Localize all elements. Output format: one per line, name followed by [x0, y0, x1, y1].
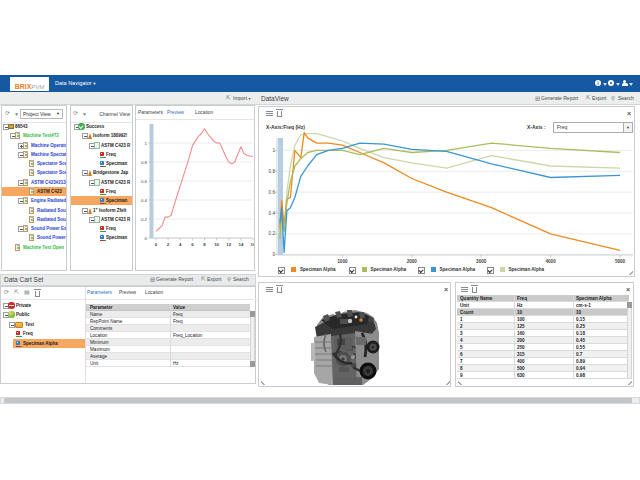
svg-text:0.6: 0.6 [269, 190, 276, 195]
svg-text:6: 6 [191, 242, 194, 247]
svg-text:0.2: 0.2 [269, 231, 276, 236]
svg-text:2: 2 [167, 242, 170, 247]
svg-text:0.8: 0.8 [269, 169, 276, 174]
svg-text:0: 0 [155, 242, 158, 247]
svg-text:0.6: 0.6 [141, 179, 148, 184]
svg-text:0.4: 0.4 [141, 198, 148, 203]
svg-text:0: 0 [145, 236, 148, 241]
svg-text:0.4: 0.4 [269, 211, 276, 216]
svg-text:1000: 1000 [337, 259, 348, 264]
svg-text:0.2: 0.2 [141, 217, 148, 222]
svg-text:3000: 3000 [476, 259, 487, 264]
svg-text:1: 1 [272, 148, 275, 153]
svg-text:4000: 4000 [545, 259, 556, 264]
svg-text:12: 12 [226, 242, 231, 247]
svg-text:16: 16 [251, 242, 254, 247]
svg-text:10: 10 [214, 242, 219, 247]
svg-text:2000: 2000 [407, 259, 418, 264]
svg-text:8: 8 [203, 242, 206, 247]
svg-text:5000: 5000 [615, 259, 626, 264]
svg-text:4: 4 [179, 242, 182, 247]
svg-text:1: 1 [145, 141, 148, 146]
svg-text:0.8: 0.8 [141, 160, 148, 165]
svg-text:0: 0 [272, 252, 275, 257]
svg-text:14: 14 [238, 242, 243, 247]
